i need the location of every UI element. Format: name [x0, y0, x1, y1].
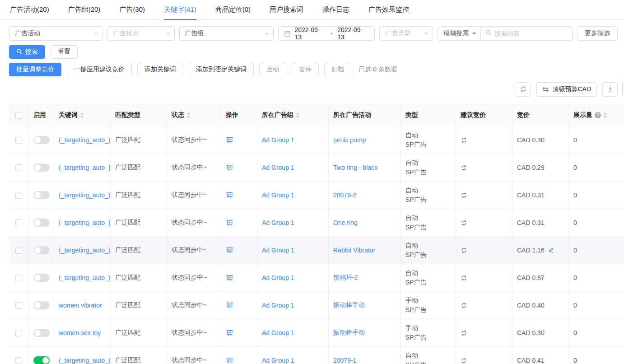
analytics-board-icon[interactable] [226, 219, 233, 227]
row-checkbox[interactable] [15, 192, 22, 199]
analytics-board-icon[interactable] [226, 247, 233, 254]
more-filters-button[interactable]: 更多筛选 [577, 26, 618, 41]
date-range-picker[interactable]: 2022-09-13 - 2022-09-13 [278, 26, 375, 41]
row-checkbox[interactable] [15, 275, 22, 281]
add-keyword-button[interactable]: 添加关键词 [137, 63, 183, 76]
archive-button[interactable]: 归档 [324, 63, 351, 76]
refresh-suggested-bid-icon[interactable] [461, 219, 467, 226]
refresh-suggested-bid-icon[interactable] [461, 137, 467, 144]
ad-group-link[interactable]: Ad Group 1 [262, 191, 294, 199]
tab[interactable]: 用户搜索词 [270, 0, 303, 19]
campaign-link[interactable]: 振动棒手动 [333, 301, 365, 309]
sort-icon[interactable] [603, 112, 607, 118]
select-all-checkbox[interactable] [15, 112, 22, 119]
refresh-suggested-bid-icon[interactable] [461, 330, 467, 336]
campaign-link[interactable]: Two ring - black [333, 164, 377, 171]
reset-button[interactable]: 重置 [51, 45, 78, 59]
sort-icon[interactable] [186, 112, 191, 118]
refresh-table-button[interactable] [516, 82, 531, 97]
campaign-link[interactable]: 20079-2 [333, 191, 356, 199]
keyword-link[interactable]: (_targeting_auto_) [59, 357, 110, 364]
keyword-link[interactable]: (_targeting_auto_) [59, 164, 110, 171]
keyword-link[interactable]: (_targeting_auto_) [59, 274, 110, 281]
ad-group-link[interactable]: Ad Group 1 [262, 164, 294, 171]
tab[interactable]: 操作日志 [322, 0, 349, 19]
ad-group-link[interactable]: Ad Group 1 [262, 136, 294, 144]
analytics-board-icon[interactable] [226, 191, 233, 199]
enable-toggle[interactable] [33, 219, 50, 227]
ad-type-select[interactable]: 广告类型 [379, 26, 433, 41]
analytics-board-icon[interactable] [226, 136, 233, 144]
campaign-select[interactable]: 广告活动 [9, 26, 103, 41]
cutoff-button[interactable] [622, 82, 624, 97]
campaign-link[interactable]: 20079-1 [333, 357, 356, 364]
refresh-suggested-bid-icon[interactable] [461, 247, 467, 254]
batch-adjust-bid-button[interactable]: 批量调整竞价 [9, 63, 61, 76]
add-negative-keyword-button[interactable]: 添加到否定关键词 [189, 63, 254, 76]
row-checkbox[interactable] [15, 247, 22, 254]
column-header[interactable]: 展示量? [569, 104, 624, 126]
tab[interactable]: 商品定位(0) [215, 0, 251, 19]
top-budget-button[interactable]: 顶级预算CAD [536, 82, 597, 97]
ad-group-link[interactable]: Ad Group 1 [262, 329, 294, 336]
enable-toggle[interactable] [33, 329, 50, 337]
column-header[interactable]: 所在广告组 [257, 104, 329, 126]
analytics-board-icon[interactable] [226, 274, 233, 282]
ad-group-link[interactable]: Ad Group 1 [262, 357, 294, 364]
enable-toggle[interactable] [33, 136, 50, 144]
campaign-link[interactable]: Rabbit Vibrator [333, 247, 375, 254]
campaign-link[interactable]: One ring [333, 219, 358, 226]
pause-button[interactable]: 暂停 [292, 63, 319, 76]
row-checkbox[interactable] [15, 302, 22, 309]
refresh-suggested-bid-icon[interactable] [461, 357, 467, 364]
row-checkbox[interactable] [15, 164, 22, 171]
analytics-board-icon[interactable] [226, 329, 233, 337]
ad-group-link[interactable]: Ad Group 1 [262, 247, 294, 254]
analytics-board-icon[interactable] [226, 164, 233, 172]
edit-bid-icon[interactable] [548, 247, 554, 253]
column-header[interactable]: 关键词 [54, 104, 111, 126]
sort-icon[interactable] [296, 112, 300, 118]
row-checkbox[interactable] [15, 357, 22, 364]
enable-toggle[interactable] [33, 356, 50, 364]
enable-toggle[interactable] [33, 163, 50, 172]
search-button[interactable]: 搜索 [9, 45, 45, 59]
sort-icon[interactable] [80, 112, 84, 118]
refresh-suggested-bid-icon[interactable] [461, 302, 467, 309]
apply-suggested-bid-button[interactable]: 一键应用建议竞价 [67, 63, 132, 76]
ad-group-select[interactable]: 广告组 [179, 26, 274, 41]
help-icon[interactable]: ? [595, 112, 601, 118]
enable-toggle[interactable] [33, 301, 50, 309]
start-button[interactable]: 启动 [259, 63, 286, 76]
campaign-link[interactable]: penis pump [333, 136, 366, 144]
keyword-link[interactable]: women sex toy [59, 329, 101, 336]
ad-group-link[interactable]: Ad Group 1 [262, 302, 294, 309]
tab[interactable]: 广告活动(20) [10, 0, 49, 19]
analytics-board-icon[interactable] [226, 302, 233, 309]
column-header[interactable]: 状态 [167, 104, 221, 126]
enable-toggle[interactable] [33, 246, 50, 254]
download-button[interactable] [602, 82, 618, 97]
analytics-board-icon[interactable] [226, 357, 233, 364]
ad-status-select[interactable]: 广告状态 [107, 26, 175, 41]
keyword-link[interactable]: (_targeting_auto_) [59, 136, 110, 144]
campaign-link[interactable]: 振动棒手动 [333, 329, 365, 337]
tab[interactable]: 关键字(41) [164, 0, 196, 19]
keyword-link[interactable]: (_targeting_auto_) [59, 247, 110, 254]
keyword-link[interactable]: women vibrator [59, 302, 102, 309]
tab[interactable]: 广告效果监控 [368, 0, 409, 19]
keyword-link[interactable]: (_targeting_auto_) [59, 219, 110, 226]
keyword-link[interactable]: (_targeting_auto_) [59, 191, 110, 199]
tab[interactable]: 广告(30) [119, 0, 145, 19]
search-input[interactable] [494, 30, 568, 37]
refresh-suggested-bid-icon[interactable] [461, 164, 467, 171]
ad-group-link[interactable]: Ad Group 1 [262, 274, 294, 281]
ad-group-link[interactable]: Ad Group 1 [262, 219, 294, 226]
enable-toggle[interactable] [33, 274, 50, 282]
row-checkbox[interactable] [15, 330, 22, 336]
fuzzy-mode-select[interactable]: 模糊搜索 [438, 27, 481, 40]
enable-toggle[interactable] [33, 191, 50, 199]
campaign-link[interactable]: 锁精环-2 [333, 274, 358, 282]
row-checkbox[interactable] [15, 219, 22, 226]
tab[interactable]: 广告组(20) [68, 0, 101, 19]
